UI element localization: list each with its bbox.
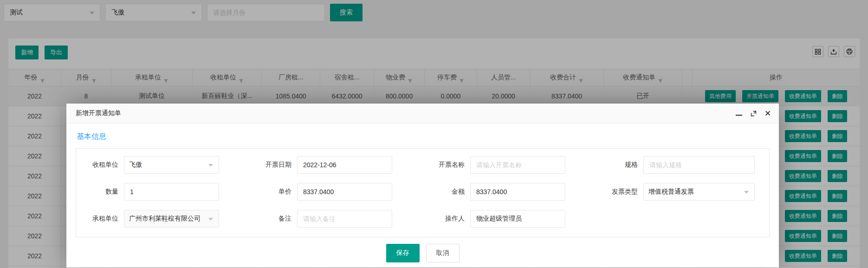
modal-footer: 保存 取消 (76, 244, 770, 262)
invoice-date-input-field: 开票日期 (249, 156, 422, 174)
operator-input[interactable] (470, 210, 565, 228)
invoice-date-input[interactable] (297, 156, 392, 174)
rent-unit-select-field: 收租单位飞傲 (76, 156, 249, 174)
chevron-down-icon (208, 218, 213, 221)
unit-price-input[interactable] (297, 183, 392, 201)
field-label: 收租单位 (76, 161, 124, 169)
tenant-unit-select-field: 承租单位广州市利莱鞋楦有限公司 (76, 210, 249, 228)
chevron-down-icon (208, 164, 213, 167)
close-icon[interactable]: ✕ (764, 110, 771, 118)
maximize-icon[interactable] (750, 110, 757, 118)
invoice-type-select-field: 发票类型增值税普通发票 (596, 183, 769, 201)
field-label: 规格 (596, 161, 643, 169)
amount-input[interactable] (470, 183, 565, 201)
form-row: 承租单位广州市利莱鞋楦有限公司备注操作人 (76, 210, 769, 228)
remark-input-field: 备注 (249, 210, 422, 228)
field-label: 数量 (76, 188, 124, 196)
cancel-button[interactable]: 取消 (426, 244, 460, 262)
modal-title: 新增开票通知单 (76, 109, 121, 118)
field-label: 开票日期 (249, 161, 297, 169)
select-value: 飞傲 (129, 161, 142, 169)
modal-body: 基本信息 收租单位飞傲开票日期开票名称规格数量单价金额发票类型增值税普通发票承租… (66, 124, 779, 262)
section-title-basic-info: 基本信息 (77, 132, 770, 142)
field-label: 金额 (422, 188, 470, 196)
quantity-input[interactable] (124, 183, 219, 201)
field-label: 发票类型 (596, 188, 643, 196)
invoice-type-select[interactable]: 增值税普通发票 (643, 183, 755, 201)
unit-price-input-field: 单价 (249, 183, 422, 201)
invoice-name-input[interactable] (470, 156, 565, 174)
field-label: 承租单位 (76, 215, 124, 223)
invoice-name-input-field: 开票名称 (422, 156, 596, 174)
add-invoice-notice-modal: 新增开票通知单 ✕ 基本信息 收租单位飞傲开票日期开票名称规格数量单价金额发票类… (66, 104, 779, 268)
field-label: 单价 (249, 188, 297, 196)
field-label: 操作人 (422, 215, 470, 223)
operator-input-field: 操作人 (422, 210, 596, 228)
select-value: 广州市利莱鞋楦有限公司 (129, 215, 201, 223)
field-label: 开票名称 (422, 161, 470, 169)
rent-unit-select[interactable]: 飞傲 (124, 156, 219, 174)
spec-input-field: 规格 (596, 156, 769, 174)
basic-info-form: 收租单位飞傲开票日期开票名称规格数量单价金额发票类型增值税普通发票承租单位广州市… (76, 148, 770, 237)
minimize-icon[interactable] (735, 110, 743, 118)
remark-input[interactable] (297, 210, 392, 228)
spec-input[interactable] (643, 156, 755, 174)
form-row: 数量单价金额发票类型增值税普通发票 (76, 183, 769, 201)
amount-input-field: 金额 (422, 183, 596, 201)
select-value: 增值税普通发票 (648, 188, 694, 196)
chevron-down-icon (744, 191, 749, 194)
quantity-input-field: 数量 (76, 183, 249, 201)
save-button[interactable]: 保存 (386, 244, 420, 262)
form-row: 收租单位飞傲开票日期开票名称规格 (76, 156, 769, 174)
modal-titlebar[interactable]: 新增开票通知单 ✕ (66, 104, 779, 124)
tenant-unit-select[interactable]: 广州市利莱鞋楦有限公司 (124, 210, 219, 228)
modal-window-controls: ✕ (735, 104, 771, 124)
field-label: 备注 (249, 215, 297, 223)
